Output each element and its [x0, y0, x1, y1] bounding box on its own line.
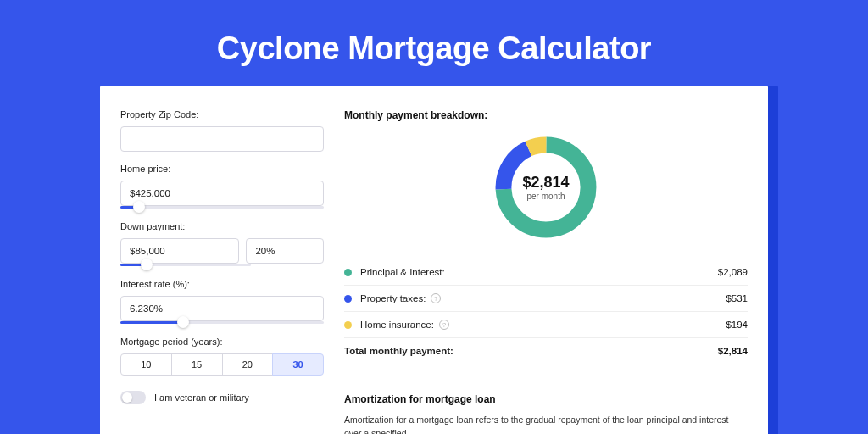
home-price-label: Home price: [120, 164, 324, 174]
legend-dot [344, 321, 352, 329]
legend-row: Property taxes:?$531 [344, 286, 748, 312]
rate-input[interactable] [120, 296, 324, 321]
veteran-toggle[interactable] [120, 391, 146, 404]
legend-dot [344, 269, 352, 276]
home-price-group: Home price: [120, 164, 324, 209]
inputs-column: Property Zip Code: Home price: Down paym… [120, 109, 324, 434]
amortization-body: Amortization for a mortgage loan refers … [344, 414, 748, 434]
down-payment-group: Down payment: [120, 221, 324, 267]
amortization-title: Amortization for mortgage loan [344, 393, 748, 405]
home-price-slider[interactable] [120, 204, 324, 209]
breakdown-title: Monthly payment breakdown: [344, 109, 748, 121]
info-icon[interactable]: ? [439, 320, 449, 330]
legend-value: $194 [726, 320, 748, 330]
legend-row: Home insurance:?$194 [344, 312, 748, 338]
legend: Principal & Interest:$2,089Property taxe… [344, 259, 748, 364]
hero: Cyclone Mortgage Calculator [0, 0, 868, 86]
legend-label: Home insurance:? [360, 320, 726, 330]
rate-slider[interactable] [120, 320, 324, 325]
down-amount-input[interactable] [120, 238, 239, 264]
rate-label: Interest rate (%): [120, 279, 324, 289]
donut-center: $2,814 per month [522, 174, 569, 201]
legend-total-row: Total monthly payment:$2,814 [344, 338, 748, 364]
legend-value: $2,089 [718, 267, 748, 277]
down-payment-label: Down payment: [120, 221, 324, 231]
donut-chart: $2,814 per month [344, 131, 748, 243]
donut-center-value: $2,814 [522, 174, 569, 192]
rate-group: Interest rate (%): [120, 279, 324, 325]
results-column: Monthly payment breakdown: $2,814 per mo… [344, 109, 748, 434]
toggle-knob [122, 392, 132, 403]
down-payment-slider[interactable] [120, 262, 251, 267]
amortization-section: Amortization for mortgage loan Amortizat… [344, 381, 748, 434]
period-segmented: 10152030 [120, 353, 324, 376]
veteran-row: I am veteran or military [120, 391, 324, 404]
total-label: Total monthly payment: [344, 346, 718, 356]
period-option-10[interactable]: 10 [120, 353, 172, 376]
period-option-15[interactable]: 15 [171, 353, 223, 376]
period-label: Mortgage period (years): [120, 337, 324, 347]
legend-row: Principal & Interest:$2,089 [344, 259, 748, 286]
calculator-card: Property Zip Code: Home price: Down paym… [100, 86, 768, 434]
period-option-20[interactable]: 20 [222, 353, 274, 376]
zip-input[interactable] [120, 126, 324, 152]
period-group: Mortgage period (years): 10152030 [120, 337, 324, 376]
home-price-input[interactable] [120, 181, 324, 206]
info-icon[interactable]: ? [431, 293, 441, 303]
zip-group: Property Zip Code: [120, 109, 324, 152]
legend-label: Property taxes:? [360, 293, 726, 303]
legend-label: Principal & Interest: [360, 267, 718, 277]
donut-center-sub: per month [522, 192, 569, 201]
down-percent-input[interactable] [246, 238, 324, 264]
total-value: $2,814 [718, 346, 748, 356]
zip-label: Property Zip Code: [120, 109, 324, 120]
legend-value: $531 [726, 293, 748, 303]
page-title: Cyclone Mortgage Calculator [0, 31, 868, 67]
period-option-30[interactable]: 30 [272, 353, 324, 376]
veteran-label: I am veteran or military [154, 392, 249, 403]
legend-dot [344, 295, 352, 303]
